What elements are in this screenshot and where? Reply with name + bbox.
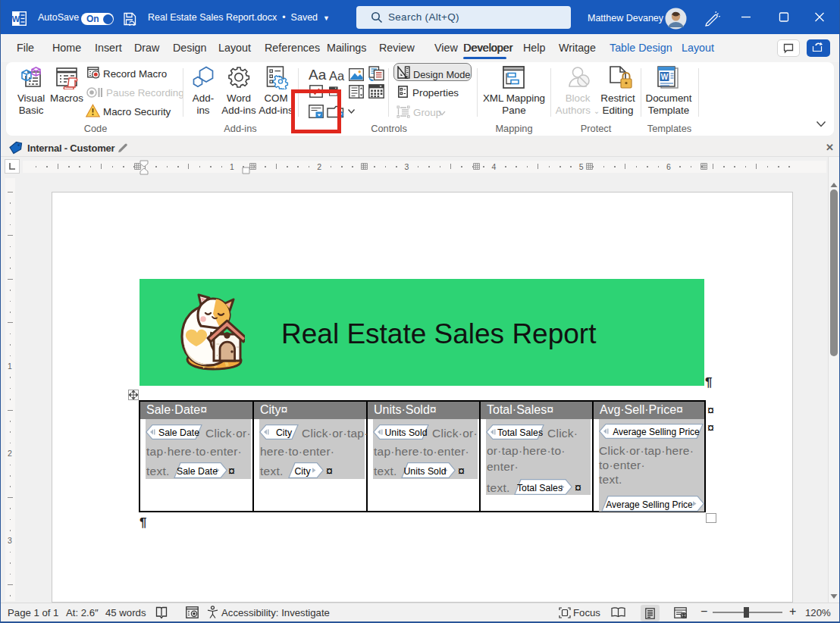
svg-text:W: W [12,14,20,23]
svg-text:City: City [294,466,311,477]
svg-text:Average Selling Price: Average Selling Price [606,499,693,510]
svg-text:Total Sales: Total Sales [497,427,543,438]
svg-text:Sale Date: Sale Date [177,466,218,477]
svg-text:Average Selling Price: Average Selling Price [613,427,700,437]
svg-text:Sale Date: Sale Date [158,427,199,438]
svg-text:W: W [661,73,669,81]
svg-text:City: City [276,427,293,438]
svg-text:Units Sold: Units Sold [403,466,446,477]
svg-text:Units Sold: Units Sold [384,427,427,438]
svg-text:Total Sales: Total Sales [517,483,563,493]
